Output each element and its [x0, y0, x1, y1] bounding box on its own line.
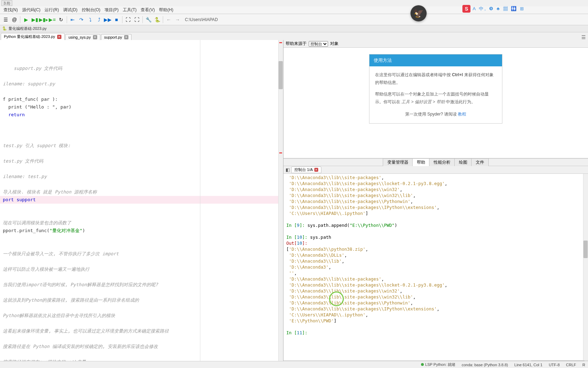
tab-help[interactable]: 帮助: [412, 158, 430, 166]
console-output[interactable]: 'D:\\Anaconda3\\lib\\site-packages', 'D:…: [283, 174, 588, 360]
code-line: 当我们使用import语句的时候, Python解释器是怎样找到对应的文件的呢?: [3, 282, 158, 287]
close-icon[interactable]: ✕: [57, 35, 61, 39]
toolbar-separator: [20, 16, 20, 23]
editor-tab-label: support.py: [104, 35, 122, 39]
run-cell-advance-icon[interactable]: ▶▮▸: [39, 15, 48, 24]
editor-pane: support.py 文件代码 ilename: support.py f pr…: [0, 40, 283, 367]
rerun-icon[interactable]: ↻: [57, 15, 65, 24]
help-source-select[interactable]: 控制台: [309, 41, 328, 47]
code-line: f print_func( par ):: [3, 97, 58, 102]
status-conda: conda: base (Python 3.8.8): [462, 363, 508, 367]
debug-step-icon[interactable]: ⤵: [86, 15, 94, 24]
code-line: 导入模块. 模块名 就是 Python 源程序名称: [3, 189, 97, 195]
console-line: 'C:\\Users\\HIAPAD\\.ipython',: [286, 312, 585, 318]
code-line: 搜索路径是在 Python 编译或安装的时候确定的, 安装新的库应该也会修改: [3, 344, 158, 349]
code-line: 一个模块只会被导入一次, 不管你执行了多少次 import: [3, 251, 119, 256]
run-selection-icon[interactable]: ▶≡: [48, 15, 56, 24]
console-new-icon[interactable]: ◧: [286, 167, 290, 172]
toolbar-separator: [67, 16, 67, 23]
tutorial-link[interactable]: 教程: [458, 112, 466, 117]
toolbar: ☰ @ ▶ ▶▮ ▶▮▸ ▶≡ ↻ ⇤ ↷ ⤵ ⤴ ▶▶ ■ ⛶ ⛶ 🔧 🐍 ←…: [0, 14, 588, 25]
menu-project[interactable]: 项目(P): [102, 6, 121, 14]
run-cell-icon[interactable]: ▶▮: [31, 15, 39, 24]
maximize-pane-icon[interactable]: ⛶: [124, 15, 132, 24]
console-line: 'D:\\Anaconda3\\DLLs',: [286, 252, 585, 258]
status-dot-icon: [421, 363, 424, 366]
menu-console[interactable]: 控制台(O): [80, 6, 102, 14]
console-line: In [9]: sys.path.append("E:\\Python\\PWD…: [286, 222, 585, 228]
console-line: 'D:\\Anaconda3\\lib\\site-packages\\win3…: [286, 192, 585, 198]
code-line: 现在可以调用模块里包含的函数了: [3, 220, 71, 225]
eagle-app-badge: 🦅: [410, 5, 427, 21]
console-tab-1a[interactable]: 控制台 1/A ✕: [291, 166, 321, 173]
help-source-bar: 帮助来源于 控制台 对象: [283, 40, 588, 48]
code-line: test.py 文件代码: [3, 158, 43, 164]
menu-debug[interactable]: 调试(D): [61, 6, 80, 14]
menu-run[interactable]: 运行(R): [42, 6, 61, 14]
debug-step-into-icon[interactable]: ⇤: [68, 15, 77, 24]
toolbar-at-icon[interactable]: @: [10, 15, 19, 24]
console-line: In [10]: sys.path: [286, 234, 585, 240]
editor-scrollbar[interactable]: [278, 40, 283, 367]
editor-tab-using-sys[interactable]: using_sys.py ✕: [65, 34, 100, 40]
debug-step-over-icon[interactable]: ↷: [77, 15, 86, 24]
console-tab-label: 控制台 1/A: [294, 167, 313, 172]
menu-source[interactable]: 源代码(C): [20, 6, 43, 14]
python-version-badge: 3.8): [1, 0, 12, 6]
current-file-row: 🐍 量化编程基础-2023.py: [0, 25, 588, 32]
nav-back-icon[interactable]: ←: [165, 15, 173, 24]
right-pane: 帮助来源于 控制台 对象 使用方法 在这里你可以通过在编辑器或者终端中按 Ctr…: [283, 40, 588, 367]
error-marker: [279, 42, 282, 43]
status-encoding: UTF-8: [549, 363, 560, 367]
sogou-s-icon: S: [462, 5, 470, 13]
column-ruler: [200, 40, 200, 367]
fullscreen-icon[interactable]: ⛶: [133, 15, 141, 24]
tab-variable-explorer[interactable]: 变量管理器: [383, 158, 413, 166]
menu-find[interactable]: 查找(N): [1, 6, 20, 14]
console-line: 'D:\\Anaconda3\\lib',: [286, 258, 585, 264]
code-line: test.py 引入 support 模块:: [3, 143, 71, 148]
nav-forward-icon[interactable]: →: [173, 15, 182, 24]
tab-plots[interactable]: 绘图: [454, 158, 472, 166]
menu-view[interactable]: 查看(V): [139, 6, 157, 14]
console-line: [286, 216, 585, 222]
run-file-icon[interactable]: ▶: [22, 15, 30, 24]
right-mid-tabs: 变量管理器 帮助 性能分析 绘图 文件: [283, 158, 588, 166]
menu-help[interactable]: 帮助(H): [157, 6, 175, 14]
menu-tools[interactable]: 工具(T): [121, 6, 139, 14]
tab-profiler[interactable]: 性能分析: [429, 158, 455, 166]
help-object-label: 对象: [330, 41, 339, 47]
editor-tab-bar: Python 量化编程基础-2023.py ✕ using_sys.py ✕ s…: [0, 32, 588, 40]
editor-tab-main[interactable]: Python 量化编程基础-2023.py ✕: [1, 33, 65, 40]
console-line: '',: [286, 270, 585, 276]
code-editor[interactable]: support.py 文件代码 ilename: support.py f pr…: [0, 40, 283, 367]
code-line: Python解释器就依次从这些目录中去寻找所引入的模块: [3, 313, 115, 318]
close-icon[interactable]: ✕: [124, 35, 128, 39]
debug-continue-icon[interactable]: ▶▶: [103, 15, 112, 24]
working-dir-path: C:\Users\HIAPAD: [185, 17, 218, 22]
toolbar-outline-icon[interactable]: ☰: [1, 15, 10, 24]
close-icon[interactable]: ✕: [314, 168, 318, 172]
debug-stop-icon[interactable]: ■: [112, 15, 121, 24]
help-card-title: 使用方法: [369, 54, 502, 66]
editor-tab-support[interactable]: support.py ✕: [101, 34, 132, 40]
code-line: port support: [0, 196, 283, 204]
console-scrollbar[interactable]: [583, 174, 588, 360]
preferences-icon[interactable]: 🔧: [144, 15, 153, 24]
console-tab-bar: ◧ 控制台 1/A ✕: [283, 166, 588, 174]
console-line: 'E:\\Python\\PWD']: [286, 318, 585, 324]
scrollbar-thumb[interactable]: [583, 241, 588, 258]
tab-files[interactable]: 文件: [471, 158, 489, 166]
eagle-icon: 🦅: [410, 5, 427, 21]
code-line: print ("Hello : ", par): [3, 104, 72, 110]
code-line: 这看起来很像环境变量, 事实上, 也可以通过定义环境变量的方式来确定搜索路径: [3, 328, 169, 334]
tab-list-icon[interactable]: ☰: [581, 34, 586, 40]
console-line: 'D:\\Anaconda3\\lib\\site-packages\\lock…: [286, 180, 585, 186]
python-path-icon[interactable]: 🐍: [153, 15, 161, 24]
editor-tab-label: using_sys.py: [68, 35, 91, 39]
status-eol: CRLF: [566, 363, 576, 367]
close-icon[interactable]: ✕: [93, 35, 97, 39]
scrollbar-thumb[interactable]: [279, 61, 283, 89]
console-line: 'D:\\Anaconda3\\lib\\site-packages\\Pyth…: [286, 198, 585, 204]
debug-step-out-icon[interactable]: ⤴: [95, 15, 103, 24]
